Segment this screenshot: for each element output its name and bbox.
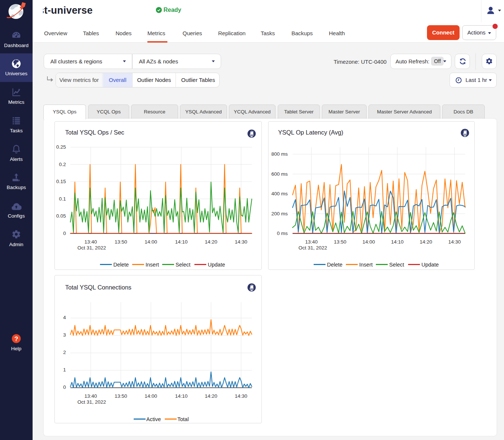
svg-text:?: ? xyxy=(14,335,19,343)
